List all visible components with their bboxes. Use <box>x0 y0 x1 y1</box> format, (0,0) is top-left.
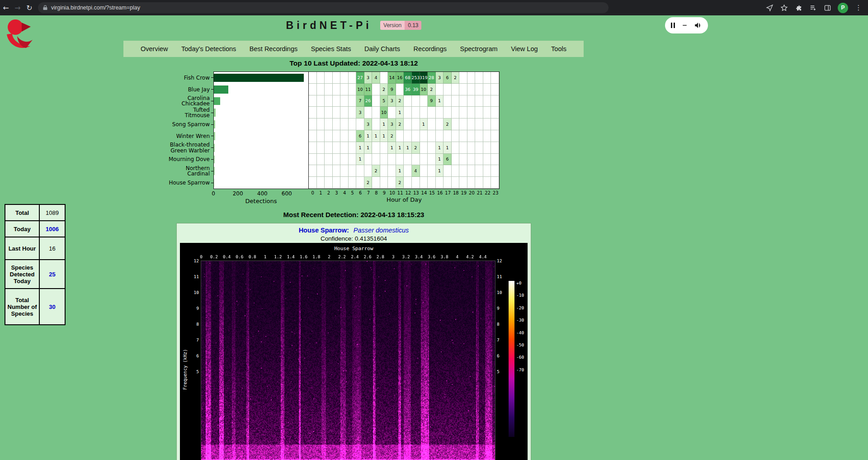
heat-cell <box>340 154 349 166</box>
heat-cell <box>380 142 388 154</box>
heat-cell <box>420 165 428 177</box>
heat-cell <box>349 130 357 142</box>
back-button[interactable]: ← <box>0 4 12 12</box>
side-panel-icon[interactable] <box>823 4 831 12</box>
nav-overview[interactable]: Overview <box>141 45 168 52</box>
spectrogram-x-tick: 3.6 <box>428 254 435 259</box>
url-bar[interactable]: virginia.birdnetpi.com/?stream=play <box>38 2 609 13</box>
heat-cell <box>317 154 325 166</box>
forward-button[interactable]: → <box>12 4 24 12</box>
hour-axis-tick: 9 <box>380 190 388 195</box>
bar-x-axis: 0200400600 Detections <box>213 189 309 207</box>
heat-cell <box>491 142 499 154</box>
volume-icon[interactable] <box>694 22 702 29</box>
heat-cell <box>467 119 476 130</box>
heat-cell <box>388 107 396 119</box>
heat-cell <box>428 165 436 177</box>
table-row: Total Number of Species 30 <box>5 289 65 325</box>
nav-tools[interactable]: Tools <box>551 45 566 52</box>
seek-dash-icon[interactable] <box>683 25 687 26</box>
heat-cell: 1 <box>356 142 364 154</box>
spectrogram-y-tick: 5 <box>497 369 506 374</box>
page-header: BirdNET-Pi Version 0.13 <box>0 17 708 33</box>
heat-cell <box>333 72 341 84</box>
detections-bar <box>214 179 214 187</box>
detections-bar <box>214 156 215 164</box>
heat-cell: 1 <box>436 142 444 154</box>
heat-cell <box>309 84 317 95</box>
hour-axis-tick: 15 <box>428 190 436 195</box>
stat-value-total-species[interactable]: 30 <box>39 289 65 325</box>
heat-cell <box>467 165 476 177</box>
nav-recordings[interactable]: Recordings <box>414 45 447 52</box>
heat-cell <box>459 119 467 130</box>
hour-axis-tick: 2 <box>325 190 333 195</box>
heat-cell <box>340 165 349 177</box>
heat-cell: 3 <box>388 119 396 130</box>
nav-daily-charts[interactable]: Daily Charts <box>364 45 400 52</box>
nav-view-log[interactable]: View Log <box>511 45 538 52</box>
spectrogram-x-tick: 0 <box>200 254 203 259</box>
heat-cell: 1 <box>380 130 388 142</box>
table-row: Last Hour 16 <box>5 237 65 260</box>
heat-cell <box>340 119 349 130</box>
heat-cell <box>372 142 380 154</box>
pause-button[interactable] <box>671 23 675 28</box>
nav-best-recordings[interactable]: Best Recordings <box>250 45 297 52</box>
heat-cell <box>317 95 325 107</box>
heat-cell <box>483 95 491 107</box>
stat-value-today[interactable]: 1006 <box>39 221 65 237</box>
heat-cell <box>349 95 357 107</box>
heat-cell <box>404 177 412 189</box>
heat-cell: 6 <box>356 130 364 142</box>
nav-species-stats[interactable]: Species Stats <box>311 45 351 52</box>
nav-todays-detections[interactable]: Today's Detections <box>181 45 236 52</box>
heat-cell <box>452 95 460 107</box>
heat-cell <box>396 154 404 166</box>
heat-cell: 1 <box>396 165 404 177</box>
nav-spectrogram[interactable]: Spectrogram <box>460 45 498 52</box>
heat-cell: 2 <box>452 72 460 84</box>
hour-axis-tick: 4 <box>340 190 349 195</box>
heat-cell <box>340 142 349 154</box>
bookmark-star-icon[interactable] <box>780 4 788 12</box>
heat-cell <box>428 177 436 189</box>
species-label: Blue Jay <box>167 84 213 95</box>
species-label: Mourning Dove <box>167 154 213 166</box>
stat-value-species-today[interactable]: 25 <box>39 260 65 289</box>
spectrogram-x-tick: 1.2 <box>274 254 282 259</box>
heat-cell <box>333 154 341 166</box>
heat-cell <box>404 95 412 107</box>
reload-button[interactable]: ↻ <box>24 4 35 12</box>
reading-list-icon[interactable] <box>809 4 817 12</box>
heat-cell <box>388 165 396 177</box>
heat-cell: 3 <box>356 107 364 119</box>
extensions-puzzle-icon[interactable] <box>794 4 802 12</box>
heat-cell <box>467 107 476 119</box>
colorbar-tick: -50 <box>516 342 524 347</box>
detections-bar-row <box>214 72 308 84</box>
heat-cell <box>372 177 380 189</box>
heat-cell: 1 <box>356 154 364 166</box>
heat-cell <box>309 142 317 154</box>
spectrogram-x-tick: 3.4 <box>415 254 423 259</box>
detection-common-name-link[interactable]: House Sparrow: <box>299 227 349 234</box>
heat-cell <box>452 119 460 130</box>
heat-cell <box>475 154 483 166</box>
top10-heading: Top 10 Last Updated: 2022-04-13 18:12 <box>0 59 708 67</box>
detection-scientific-name-link[interactable]: Passer domesticus <box>354 227 409 234</box>
heat-cell: 3 <box>364 72 373 84</box>
spectrogram-colorbar <box>509 281 514 437</box>
heat-cell: 68 <box>404 72 412 84</box>
heat-cell <box>356 177 364 189</box>
heat-cell: 10 <box>356 84 364 95</box>
profile-avatar[interactable]: P <box>838 3 848 13</box>
heat-cell <box>412 130 420 142</box>
heat-cell <box>364 165 373 177</box>
heat-cell <box>475 130 483 142</box>
heat-cell <box>483 142 491 154</box>
hour-axis-tick: 7 <box>364 190 373 195</box>
heat-cell <box>340 107 349 119</box>
browser-menu-kebab-icon[interactable]: ⋮ <box>854 4 863 12</box>
send-icon[interactable] <box>765 4 774 12</box>
